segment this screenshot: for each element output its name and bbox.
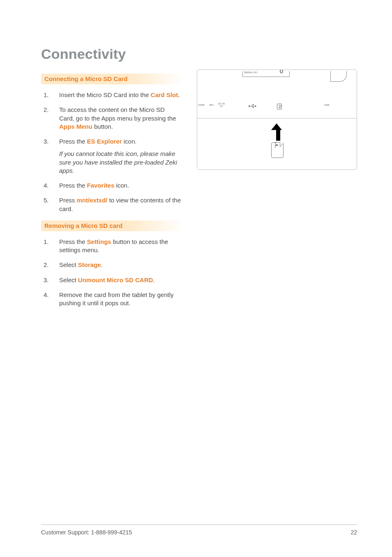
step-item: 3. Select Unmount Micro SD CARD. — [41, 273, 184, 288]
step-text: Press the Favorites icon. — [59, 181, 181, 190]
step-text: Press the Settings button to access the … — [59, 238, 181, 255]
step-number: 3. — [44, 137, 51, 175]
page-title: Connectivity — [41, 46, 357, 62]
step-number: 2. — [44, 261, 51, 269]
section-header-text: Removing a Micro SD card — [44, 222, 122, 229]
step-item: 4. Remove the card from the tablet by ge… — [41, 288, 184, 311]
step-text: To access the content on the Micro SD Ca… — [59, 106, 181, 131]
device-top-edge: SERIAL NO.: Ro HDMI MIC DC IN5V USB — [197, 70, 357, 118]
keyword: Apps Menu — [59, 123, 92, 130]
step-number: 3. — [44, 276, 51, 284]
section-header-removing: Removing a Micro SD card — [41, 220, 184, 231]
step-item: 3. Press the ES Explorer icon. If you ca… — [41, 134, 184, 178]
mic-label: MIC — [207, 104, 216, 106]
section-header-connecting: Connecting a Micro SD Card — [41, 74, 184, 84]
step-number: 1. — [44, 238, 51, 255]
left-column: Connecting a Micro SD Card 1. Insert the… — [41, 70, 184, 314]
usb-label: USB — [321, 104, 333, 106]
svg-marker-6 — [255, 105, 256, 107]
step-number: 5. — [44, 196, 51, 213]
keyword: ES Explorer — [87, 138, 122, 145]
keyword: Favorites — [87, 182, 115, 189]
hdmi-label: HDMI — [197, 104, 206, 106]
step-item: 5. Press mnt/extsd/ to view the contents… — [41, 193, 184, 216]
right-column: SERIAL NO.: Ro HDMI MIC DC IN5V USB — [197, 70, 357, 314]
reset-label: Ro — [275, 70, 288, 75]
svg-point-5 — [253, 107, 254, 108]
keyword: Card Slot. — [151, 91, 180, 98]
micro-sd-card-icon: micro — [271, 142, 284, 158]
step-text: Insert the Micro SD Card into the Card S… — [59, 91, 181, 99]
step-number: 4. — [44, 181, 51, 190]
steps-removing: 1. Press the Settings button to access t… — [41, 234, 184, 311]
keyword: Unmount Micro SD CARD — [78, 276, 153, 283]
step-text: Select Unmount Micro SD CARD. — [59, 276, 181, 284]
step-note: If you cannot locate this icon, please m… — [59, 150, 181, 175]
step-text: Select Storage. — [59, 261, 181, 269]
usb-icon — [248, 104, 256, 108]
footer-support: Customer Support: 1-888-999-4215 — [41, 529, 132, 536]
step-item: 2. To access the content on the Micro SD… — [41, 102, 184, 134]
steps-connecting: 1. Insert the Micro SD Card into the Car… — [41, 88, 184, 216]
insert-arrow-icon — [274, 123, 282, 141]
dcin-label: DC IN5V — [215, 102, 228, 107]
svg-line-4 — [251, 106, 253, 107]
step-item: 4. Press the Favorites icon. — [41, 178, 184, 193]
camera-icon — [277, 104, 282, 109]
step-text: Press the ES Explorer icon. If you canno… — [59, 137, 181, 175]
step-item: 2. Select Storage. — [41, 258, 184, 272]
keyword: Storage — [78, 261, 101, 268]
keyword: mnt/extsd/ — [77, 197, 108, 204]
footer-page-number: 22 — [350, 529, 357, 536]
step-text: Remove the card from the tablet by gentl… — [59, 291, 181, 308]
page-footer: Customer Support: 1-888-999-4215 22 — [41, 525, 357, 536]
step-item: 1. Insert the Micro SD Card into the Car… — [41, 88, 184, 102]
device-corner-icon — [330, 71, 347, 82]
step-number: 2. — [44, 106, 51, 131]
step-number: 4. — [44, 291, 51, 308]
keyword: Settings — [87, 238, 111, 245]
svg-rect-3 — [253, 104, 254, 105]
step-number: 1. — [44, 91, 51, 99]
step-item: 1. Press the Settings button to access t… — [41, 234, 184, 258]
step-text: Press mnt/extsd/ to view the contents of… — [59, 196, 181, 213]
device-diagram: SERIAL NO.: Ro HDMI MIC DC IN5V USB — [197, 70, 357, 170]
card-text: micro — [274, 142, 277, 148]
section-header-text: Connecting a Micro SD Card — [44, 75, 128, 82]
